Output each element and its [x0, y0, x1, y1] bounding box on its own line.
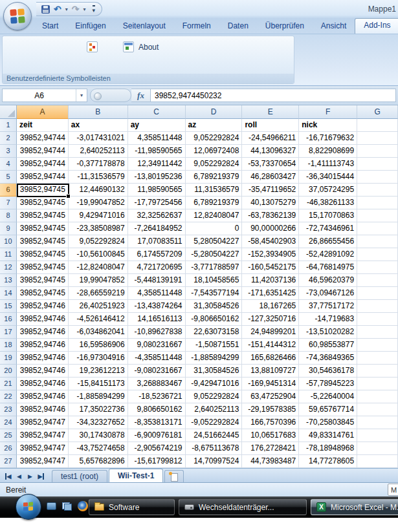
office-button[interactable]: [3, 2, 32, 30]
taskbar-button-software[interactable]: Software: [89, 499, 175, 515]
cell-G11[interactable]: [357, 248, 398, 261]
row-header-22[interactable]: 22: [0, 390, 17, 403]
about-button[interactable]: About: [138, 43, 159, 52]
cell-C13[interactable]: -5,448139191: [128, 274, 186, 287]
cell-D13[interactable]: 18,10458565: [186, 274, 243, 287]
column-header-F[interactable]: F: [299, 105, 357, 119]
cell-F21[interactable]: -57,78945223: [299, 378, 357, 390]
cell-E5[interactable]: 46,28603427: [242, 171, 299, 184]
cell-D8[interactable]: 12,82408047: [186, 209, 243, 222]
previous-sheet-button[interactable]: ◀: [14, 471, 25, 482]
column-header-D[interactable]: D: [186, 105, 243, 119]
cell-B24[interactable]: -34,32327652: [69, 416, 128, 429]
cell-A23[interactable]: 39852,94746: [17, 403, 69, 416]
cell-E3[interactable]: 44,13096327: [242, 145, 299, 158]
cell-C6[interactable]: 11,98590565: [128, 184, 186, 197]
ribbon-tab-start[interactable]: Start: [34, 19, 67, 34]
cell-B1[interactable]: ax: [69, 119, 128, 132]
cell-E1[interactable]: roll: [242, 119, 299, 132]
column-header-G[interactable]: G: [357, 105, 398, 119]
cell-A2[interactable]: 39852,94744: [17, 132, 69, 145]
cell-A17[interactable]: 39852,94746: [17, 326, 69, 339]
cell-B8[interactable]: 9,429471016: [69, 209, 128, 222]
formula-input[interactable]: 39852,9474450232: [151, 89, 396, 102]
show-desktop-icon[interactable]: [47, 502, 56, 510]
cell-B13[interactable]: 19,99047852: [69, 274, 128, 287]
cell-B12[interactable]: -12,82408047: [69, 261, 128, 274]
cell-F18[interactable]: 60,98553877: [299, 339, 357, 352]
row-header-12[interactable]: 12: [0, 261, 17, 274]
cell-E10[interactable]: -58,45402903: [242, 235, 299, 248]
cell-C25[interactable]: -6,900976181: [128, 429, 186, 442]
cell-E16[interactable]: -127,3250716: [242, 313, 299, 326]
cell-E26[interactable]: 176,2728421: [242, 442, 299, 455]
column-header-B[interactable]: B: [69, 105, 128, 119]
cell-A18[interactable]: 39852,94746: [17, 339, 69, 352]
cell-C12[interactable]: 4,721720695: [128, 261, 186, 274]
cell-F12[interactable]: -64,76814975: [299, 261, 357, 274]
cell-D6[interactable]: 11,31536579: [186, 184, 243, 197]
cell-C9[interactable]: -7,264184952: [128, 222, 186, 235]
cell-G22[interactable]: [357, 390, 398, 403]
cell-B20[interactable]: 19,23612213: [69, 365, 128, 378]
cell-D22[interactable]: 9,052292824: [186, 390, 243, 403]
cell-F20[interactable]: 30,54636178: [299, 365, 357, 378]
cell-A11[interactable]: 39852,94745: [17, 248, 69, 261]
cell-C11[interactable]: 6,174557209: [128, 248, 186, 261]
cell-D2[interactable]: 9,052292824: [186, 132, 243, 145]
cell-F25[interactable]: 49,83314761: [299, 429, 357, 442]
cell-E4[interactable]: -53,73370654: [242, 158, 299, 171]
cell-E22[interactable]: 63,47252904: [242, 390, 299, 403]
cell-C8[interactable]: 32,32562637: [128, 209, 186, 222]
cell-G4[interactable]: [357, 158, 398, 171]
cell-G27[interactable]: [357, 455, 398, 468]
sheet-tab-wii-test-1[interactable]: Wii-Test-1: [109, 469, 163, 482]
row-header-19[interactable]: 19: [0, 352, 17, 365]
cell-F27[interactable]: 14,77278605: [299, 455, 357, 468]
cell-G19[interactable]: [357, 352, 398, 365]
row-header-4[interactable]: 4: [0, 158, 17, 171]
row-header-9[interactable]: 9: [0, 222, 17, 235]
cell-C5[interactable]: -13,80195236: [128, 171, 186, 184]
cell-E25[interactable]: 10,06517683: [242, 429, 299, 442]
cell-B17[interactable]: -6,034862041: [69, 326, 128, 339]
cell-G10[interactable]: [357, 235, 398, 248]
ribbon-tab-formeln[interactable]: Formeln: [174, 19, 219, 34]
cell-E17[interactable]: 24,94899201: [242, 326, 299, 339]
cell-G17[interactable]: [357, 326, 398, 339]
cell-C10[interactable]: 17,07083511: [128, 235, 186, 248]
undo-icon[interactable]: ↶: [54, 5, 61, 13]
cell-E7[interactable]: 40,13075279: [242, 197, 299, 209]
first-sheet-button[interactable]: ◀: [3, 471, 14, 482]
cell-F10[interactable]: 26,86655456: [299, 235, 357, 248]
cell-C3[interactable]: -11,98590565: [128, 145, 186, 158]
cell-F11[interactable]: -52,42891092: [299, 248, 357, 261]
sheet-tab-test1-root-[interactable]: test1 (root): [52, 470, 107, 482]
cell-D7[interactable]: 6,789219379: [186, 197, 243, 209]
cell-F15[interactable]: 37,77517172: [299, 300, 357, 313]
cell-D24[interactable]: -9,052292824: [186, 416, 243, 429]
firefox-icon[interactable]: [78, 501, 88, 511]
cell-F6[interactable]: 37,05724295: [299, 184, 357, 197]
cell-B9[interactable]: -23,38508987: [69, 222, 128, 235]
name-box-dropdown-icon[interactable]: ▾: [76, 89, 87, 101]
cell-B26[interactable]: -43,75274658: [69, 442, 128, 455]
cell-E6[interactable]: -35,47119652: [242, 184, 299, 197]
cell-B22[interactable]: -1,885894299: [69, 390, 128, 403]
cell-D27[interactable]: 14,70997524: [186, 455, 243, 468]
cell-B18[interactable]: 16,59586906: [69, 339, 128, 352]
cell-B2[interactable]: -3,017431021: [69, 132, 128, 145]
last-sheet-button[interactable]: ▶: [36, 471, 47, 482]
cell-D26[interactable]: -8,675113678: [186, 442, 243, 455]
cell-G23[interactable]: [357, 403, 398, 416]
cell-A22[interactable]: 39852,94746: [17, 390, 69, 403]
cell-B27[interactable]: 5,657682896: [69, 455, 128, 468]
toolbar-command-icon[interactable]: [87, 41, 98, 52]
cell-B21[interactable]: -15,84151173: [69, 378, 128, 390]
cell-E19[interactable]: 165,6826466: [242, 352, 299, 365]
cell-A3[interactable]: 39852,94744: [17, 145, 69, 158]
cell-A26[interactable]: 39852,94747: [17, 442, 69, 455]
cell-A15[interactable]: 39852,94746: [17, 300, 69, 313]
cell-F1[interactable]: nick: [299, 119, 357, 132]
cell-F3[interactable]: 8,822908699: [299, 145, 357, 158]
